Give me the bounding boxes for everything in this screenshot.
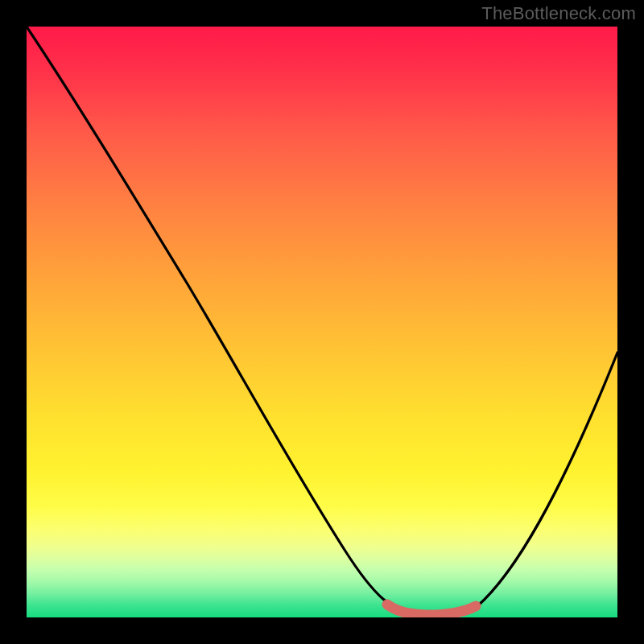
optimal-range-highlight [27,27,617,617]
plot-area [27,27,617,617]
watermark-text: TheBottleneck.com [481,3,636,24]
chart-frame: TheBottleneck.com [0,0,644,644]
plot-inner [27,27,617,617]
